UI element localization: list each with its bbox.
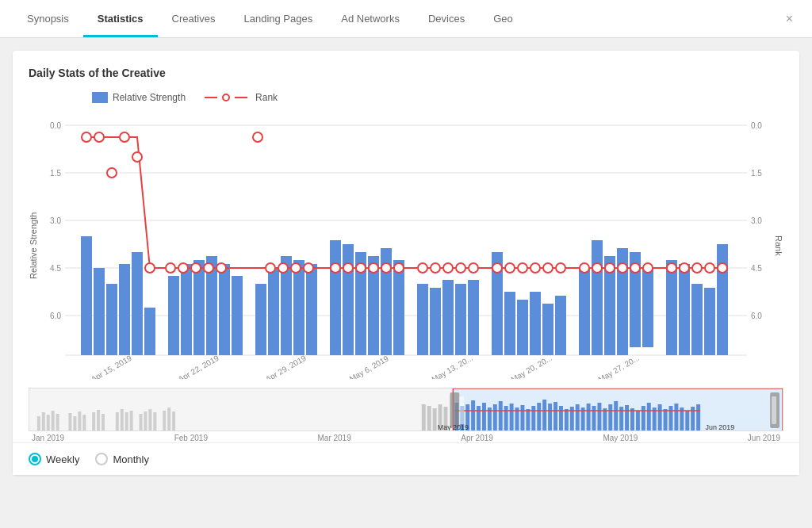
tab-ad-networks[interactable]: Ad Networks — [327, 0, 414, 37]
rank-dot — [107, 168, 117, 178]
svg-text:Jun 2019: Jun 2019 — [706, 423, 735, 431]
bar — [555, 296, 566, 355]
rank-dot — [178, 263, 188, 273]
bar — [232, 276, 243, 355]
svg-rect-43 — [148, 409, 151, 430]
rank-dot — [369, 263, 378, 273]
tab-statistics[interactable]: Statistics — [83, 0, 158, 37]
bar — [717, 244, 728, 355]
rank-dot — [492, 263, 502, 273]
rank-dot — [605, 263, 615, 273]
svg-text:Apr 29, 2019: Apr 29, 2019 — [264, 354, 308, 379]
svg-text:1.5: 1.5 — [751, 169, 762, 178]
svg-rect-89 — [642, 406, 645, 430]
svg-text:May 20, 20...: May 20, 20... — [509, 354, 553, 379]
main-chart-area: Relative Strength 0.0 1.5 3.0 4.5 6.0 — [29, 109, 783, 381]
y-axis-left-label: Relative Strength — [29, 109, 44, 381]
bar — [168, 276, 179, 355]
svg-rect-86 — [625, 405, 629, 430]
radio-weekly[interactable]: Weekly — [29, 453, 79, 465]
bar — [255, 284, 266, 355]
svg-rect-39 — [125, 412, 128, 430]
y-axis-right-label: Rank — [768, 109, 783, 381]
chart-svg: 0.0 1.5 3.0 4.5 6.0 0.0 1.5 3.0 4.5 6.0 — [44, 109, 768, 379]
tab-devices[interactable]: Devices — [414, 0, 479, 37]
mini-chart[interactable]: May 2019 Jun 2019 — [29, 388, 783, 431]
svg-rect-49 — [427, 406, 431, 430]
tab-geo[interactable]: Geo — [479, 0, 527, 37]
svg-rect-90 — [647, 403, 651, 430]
main-content: Daily Stats of the Creative Relative Str… — [0, 38, 812, 528]
svg-rect-37 — [116, 412, 119, 430]
tab-synopsis[interactable]: Synopsis — [13, 0, 83, 37]
svg-rect-101 — [459, 396, 464, 424]
legend-bar: Relative Strength — [92, 92, 186, 103]
svg-text:0.0: 0.0 — [50, 121, 61, 130]
svg-rect-95 — [674, 404, 678, 430]
rank-dot — [469, 263, 478, 273]
svg-rect-84 — [614, 401, 618, 430]
svg-rect-63 — [499, 401, 503, 430]
svg-rect-59 — [477, 406, 481, 430]
legend-line: Rank — [205, 92, 278, 103]
mini-date-jan: Jan 2019 — [32, 434, 64, 442]
radio-weekly-inner — [32, 456, 38, 462]
rank-dot — [705, 263, 714, 273]
svg-rect-70 — [537, 403, 541, 430]
rank-dot — [191, 263, 201, 273]
svg-rect-45 — [163, 411, 166, 430]
rank-dot — [394, 263, 404, 273]
bar — [293, 260, 304, 355]
svg-rect-40 — [130, 411, 133, 430]
stats-card: Daily Stats of the Creative Relative Str… — [13, 51, 799, 475]
tab-bar: Synopsis Statistics Creatives Landing Pa… — [0, 0, 812, 38]
rank-dot — [120, 132, 129, 142]
tab-creatives[interactable]: Creatives — [158, 0, 230, 37]
rank-dot — [356, 263, 366, 273]
line-dash-icon2 — [235, 97, 247, 98]
rank-dot — [166, 263, 175, 273]
tab-landing-pages[interactable]: Landing Pages — [229, 0, 327, 37]
rank-dot — [216, 263, 226, 273]
svg-rect-31 — [73, 416, 76, 430]
svg-rect-72 — [548, 404, 552, 430]
svg-rect-42 — [144, 411, 147, 430]
svg-text:1.5: 1.5 — [50, 169, 61, 178]
mini-date-jun: Jun 2019 — [748, 434, 780, 442]
svg-rect-33 — [82, 415, 86, 430]
rank-dot — [331, 263, 340, 273]
line-dot-icon — [222, 94, 230, 101]
svg-rect-65 — [510, 404, 514, 430]
svg-rect-75 — [565, 409, 569, 430]
bar — [704, 288, 715, 355]
rank-dot — [580, 263, 589, 273]
radio-monthly-circle — [95, 453, 108, 465]
rank-dot — [443, 263, 453, 273]
mini-date-feb: Feb 2019 — [174, 434, 208, 442]
svg-rect-48 — [422, 404, 426, 430]
svg-rect-62 — [493, 404, 497, 430]
bar — [268, 268, 279, 355]
svg-rect-74 — [559, 406, 563, 430]
svg-text:4.5: 4.5 — [751, 264, 762, 273]
rank-dot — [692, 263, 702, 273]
rank-dot — [456, 263, 465, 273]
radio-group: Weekly Monthly — [13, 442, 799, 475]
svg-rect-46 — [167, 407, 170, 430]
close-button[interactable]: × — [779, 6, 799, 33]
card-title: Daily Stats of the Creative — [29, 67, 783, 79]
svg-rect-81 — [597, 403, 601, 430]
bar — [442, 280, 454, 355]
svg-rect-92 — [658, 404, 662, 430]
rank-dot — [618, 263, 627, 273]
bar — [119, 264, 130, 355]
rank-dot — [418, 263, 427, 273]
svg-rect-79 — [587, 404, 591, 430]
bar — [530, 292, 541, 355]
svg-rect-50 — [433, 408, 437, 430]
svg-rect-36 — [102, 414, 105, 430]
radio-monthly[interactable]: Monthly — [95, 453, 149, 465]
mini-date-apr: Apr 2019 — [461, 434, 493, 442]
rank-dot — [132, 152, 142, 162]
svg-rect-103 — [772, 396, 776, 424]
